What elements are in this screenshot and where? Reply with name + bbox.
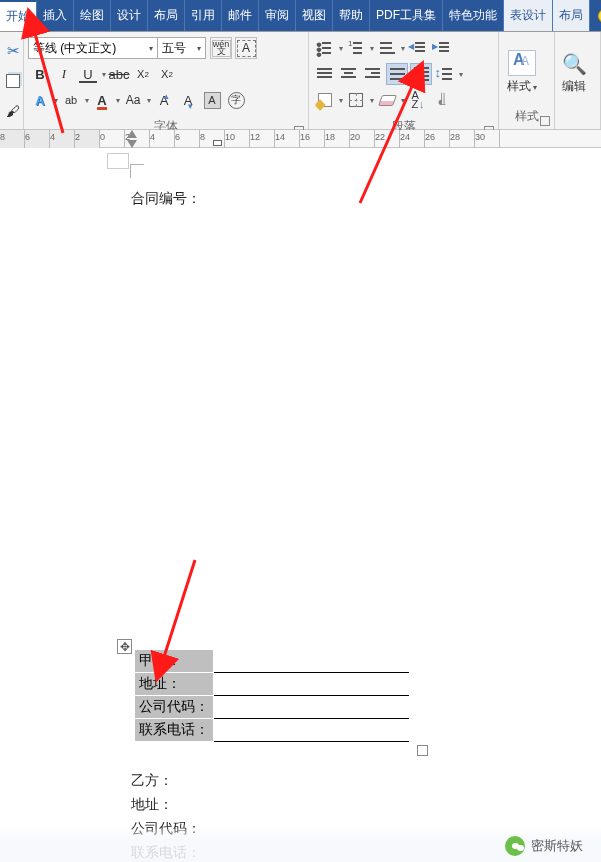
highlight-dropdown[interactable]: ▾ xyxy=(83,96,90,105)
change-case-button[interactable]: Aa xyxy=(122,89,144,111)
party-b-address-label: 地址： xyxy=(131,792,201,816)
ruler-tick: 14 xyxy=(275,130,300,148)
first-line-indent-marker[interactable] xyxy=(127,130,137,138)
party-a-address-line[interactable] xyxy=(214,673,409,696)
underline-button[interactable]: U xyxy=(77,63,99,85)
party-a-address-label: 地址： xyxy=(135,673,214,696)
align-center-button[interactable] xyxy=(338,63,360,85)
styles-dialog-launcher[interactable] xyxy=(540,116,550,126)
styles-button[interactable]: 样式▾ xyxy=(499,32,545,106)
ruler-tick: 26 xyxy=(425,130,450,148)
tab-help[interactable]: 帮助 xyxy=(333,0,370,31)
document-page[interactable]: 合同编号： ✥ 甲方： 地址： 公司代码： 联系电话： 乙方： 地址： 公司代码… xyxy=(0,148,601,862)
tab-design[interactable]: 设计 xyxy=(111,0,148,31)
table-move-handle[interactable]: ✥ xyxy=(117,639,132,654)
tell-me[interactable] xyxy=(590,0,601,31)
ruler-tick: 6 xyxy=(25,130,50,148)
chevron-down-icon: ▾ xyxy=(197,44,201,53)
bold-button[interactable]: B xyxy=(29,63,51,85)
ruler-tick: 20 xyxy=(350,130,375,148)
enclose-characters-button[interactable]: 字 xyxy=(225,89,247,111)
character-shading-button[interactable]: A xyxy=(201,89,223,111)
strikethrough-button[interactable]: abc xyxy=(108,63,130,85)
borders-dropdown[interactable]: ▾ xyxy=(368,96,375,105)
ruler-tick: 18 xyxy=(325,130,350,148)
cut-button[interactable]: ✂ xyxy=(2,40,24,62)
tab-home[interactable]: 开始 xyxy=(0,0,37,31)
align-left-button[interactable] xyxy=(314,63,336,85)
phonetic-guide-button[interactable]: wén文 xyxy=(210,37,232,59)
tab-draw[interactable]: 绘图 xyxy=(74,0,111,31)
superscript-button[interactable]: X2 xyxy=(156,63,178,85)
hanging-indent-marker[interactable] xyxy=(127,140,137,148)
highlight-button[interactable]: ab xyxy=(60,89,82,111)
ruler-tick: 2 xyxy=(75,130,100,148)
multilevel-list-button[interactable] xyxy=(376,37,398,59)
ruler-tick: 8 xyxy=(0,130,25,148)
borders-button[interactable] xyxy=(345,89,367,111)
bullets-dropdown[interactable]: ▾ xyxy=(337,44,344,53)
tab-pdf-tools[interactable]: PDF工具集 xyxy=(370,0,443,31)
text-effects-dropdown[interactable]: ▾ xyxy=(52,96,59,105)
table-resize-handle[interactable] xyxy=(417,745,428,756)
party-a-table[interactable]: 甲方： 地址： 公司代码： 联系电话： xyxy=(134,649,409,742)
italic-button[interactable]: I xyxy=(53,63,75,85)
tab-references[interactable]: 引用 xyxy=(185,0,222,31)
format-painter-button[interactable]: 🖌 xyxy=(2,100,24,122)
line-spacing-dropdown[interactable]: ▾ xyxy=(457,70,464,79)
increase-indent-button[interactable] xyxy=(431,37,453,59)
table-row[interactable]: 地址： xyxy=(135,673,409,696)
multilevel-dropdown[interactable]: ▾ xyxy=(399,44,406,53)
ruler-tick: 28 xyxy=(450,130,475,148)
right-indent-marker[interactable] xyxy=(213,140,222,146)
editing-button[interactable]: 🔍 编辑 xyxy=(555,32,593,109)
tab-table-design[interactable]: 表设计 xyxy=(504,0,553,31)
tab-insert[interactable]: 插入 xyxy=(37,0,74,31)
grow-font-button[interactable]: A▴ xyxy=(153,89,175,111)
subscript-button[interactable]: X2 xyxy=(132,63,154,85)
font-color-dropdown[interactable]: ▾ xyxy=(114,96,121,105)
line-spacing-button[interactable] xyxy=(434,63,456,85)
clear-formatting-dropdown[interactable]: ▾ xyxy=(399,96,406,105)
shading-dropdown[interactable]: ▾ xyxy=(337,96,344,105)
party-a-name-line[interactable] xyxy=(214,650,409,673)
shrink-font-button[interactable]: A▾ xyxy=(177,89,199,111)
font-size-combo[interactable]: 五号▾ xyxy=(158,37,206,59)
tab-layout[interactable]: 布局 xyxy=(148,0,185,31)
party-a-phone-line[interactable] xyxy=(214,719,409,742)
underline-dropdown[interactable]: ▾ xyxy=(100,70,107,79)
font-name-combo[interactable]: 等线 (中文正文)▾ xyxy=(28,37,158,59)
bullets-button[interactable] xyxy=(314,37,336,59)
align-justify-button[interactable] xyxy=(386,63,408,85)
tab-view[interactable]: 视图 xyxy=(296,0,333,31)
shading-button[interactable] xyxy=(314,89,336,111)
align-distributed-button[interactable] xyxy=(410,63,432,85)
table-row[interactable]: 公司代码： xyxy=(135,696,409,719)
sort-button[interactable]: AZ xyxy=(407,89,429,111)
party-a-name-label: 甲方： xyxy=(135,650,214,673)
decrease-indent-button[interactable] xyxy=(407,37,429,59)
numbering-button[interactable] xyxy=(345,37,367,59)
show-marks-button[interactable]: ¶ xyxy=(431,89,453,111)
tab-review[interactable]: 审阅 xyxy=(259,0,296,31)
tab-mailings[interactable]: 邮件 xyxy=(222,0,259,31)
clear-formatting-button[interactable] xyxy=(376,89,398,111)
party-a-code-line[interactable] xyxy=(214,696,409,719)
table-row[interactable]: 联系电话： xyxy=(135,719,409,742)
numbering-dropdown[interactable]: ▾ xyxy=(368,44,375,53)
change-case-dropdown[interactable]: ▾ xyxy=(145,96,152,105)
tab-features[interactable]: 特色功能 xyxy=(443,0,504,31)
character-border-button[interactable]: A xyxy=(235,37,257,59)
ruler-tick: 4 xyxy=(150,130,175,148)
search-icon: 🔍 xyxy=(562,52,587,76)
align-right-button[interactable] xyxy=(362,63,384,85)
ruler-tick: 16 xyxy=(300,130,325,148)
table-row[interactable]: 甲方： xyxy=(135,650,409,673)
text-effects-button[interactable]: A xyxy=(29,89,51,111)
tab-table-layout[interactable]: 布局 xyxy=(553,0,590,31)
wechat-icon xyxy=(505,836,525,856)
group-styles-label: 样式 xyxy=(499,106,554,129)
font-color-button[interactable]: A xyxy=(91,89,113,111)
copy-button[interactable] xyxy=(2,70,24,92)
ruler[interactable]: 8642024681012141618202224262830 xyxy=(0,130,601,148)
